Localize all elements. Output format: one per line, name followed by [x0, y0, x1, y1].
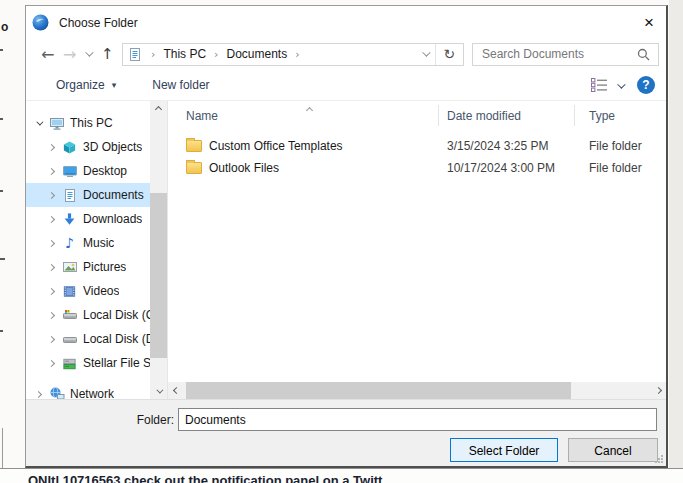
background-artifact — [2, 428, 3, 468]
back-button[interactable]: ← — [36, 45, 59, 64]
column-header-name[interactable]: Name — [168, 109, 438, 123]
sidebar-item-music[interactable]: ♪ Music — [26, 231, 150, 255]
background-window-strip — [669, 0, 683, 483]
new-folder-label: New folder — [152, 78, 209, 92]
file-date-modified: 3/15/2024 3:25 PM — [438, 139, 574, 153]
chevron-right-icon[interactable] — [45, 217, 58, 222]
network-icon — [48, 386, 65, 399]
scroll-right-icon[interactable] — [650, 382, 666, 399]
chevron-right-icon[interactable] — [45, 289, 58, 294]
chevron-right-icon[interactable] — [32, 392, 45, 397]
background-artifact — [0, 49, 3, 51]
sidebar-item-3d-objects[interactable]: 3D Objects — [26, 135, 150, 159]
sort-ascending-icon — [307, 102, 312, 116]
dialog-title: Choose Folder — [59, 16, 138, 30]
chevron-down-icon: ▾ — [112, 80, 117, 90]
sidebar-item-stellar-file-server[interactable]: Stellar File Server — [26, 351, 150, 375]
column-headers: Name Date modified Type — [168, 103, 666, 129]
scroll-up-icon[interactable] — [150, 101, 167, 117]
address-dropdown-icon[interactable] — [415, 51, 435, 57]
breadcrumb-documents[interactable]: Documents — [223, 47, 290, 61]
history-dropdown-icon[interactable] — [80, 51, 95, 57]
dialog-footer: Folder: Select Folder Cancel — [26, 399, 666, 466]
sidebar-item-label: This PC — [70, 116, 113, 130]
breadcrumb-this-pc[interactable]: This PC — [160, 47, 209, 61]
scrollbar-thumb[interactable] — [150, 193, 167, 358]
search-input[interactable] — [473, 47, 637, 61]
chevron-right-icon[interactable] — [45, 169, 58, 174]
sidebar-item-label: Desktop — [83, 164, 127, 178]
sidebar-item-downloads[interactable]: Downloads — [26, 207, 150, 231]
view-dropdown-icon[interactable] — [617, 78, 623, 92]
details-view-icon — [591, 78, 608, 92]
chevron-right-icon[interactable] — [45, 145, 58, 150]
video-icon — [61, 283, 78, 299]
chevron-right-icon[interactable] — [45, 193, 58, 198]
chevron-right-icon[interactable] — [45, 361, 58, 366]
file-row-outlook-files[interactable]: Outlook Files 10/17/2024 3:00 PM File fo… — [168, 157, 666, 179]
refresh-icon[interactable]: ↻ — [436, 46, 463, 62]
sidebar-item-local-disk-d[interactable]: Local Disk (D:) — [26, 327, 150, 351]
select-folder-button[interactable]: Select Folder — [450, 438, 558, 462]
new-folder-button[interactable]: New folder — [152, 78, 209, 92]
sidebar-item-label: Downloads — [83, 212, 142, 226]
address-bar[interactable]: › This PC › Documents › ↻ — [122, 43, 464, 66]
sidebar-item-videos[interactable]: Videos — [26, 279, 150, 303]
search-icon[interactable] — [637, 48, 650, 61]
computer-icon — [48, 115, 65, 131]
file-date-modified: 10/17/2024 3:00 PM — [438, 161, 574, 175]
file-type: File folder — [574, 161, 666, 175]
scrollbar-thumb[interactable] — [186, 382, 571, 399]
sidebar-item-label: Network — [70, 387, 114, 399]
chevron-right-icon[interactable] — [45, 241, 58, 246]
title-bar: Choose Folder × — [26, 6, 666, 39]
chevron-down-icon[interactable] — [32, 121, 45, 126]
folder-label: Folder: — [130, 413, 174, 427]
download-arrow-icon — [61, 211, 78, 227]
column-header-date-modified[interactable]: Date modified — [438, 109, 574, 123]
sidebar-item-label: Local Disk (C:) — [83, 308, 150, 322]
sidebar-item-desktop[interactable]: Desktop — [26, 159, 150, 183]
file-list-scrollbar — [168, 382, 666, 399]
search-box — [472, 43, 659, 66]
sidebar-item-label: 3D Objects — [83, 140, 142, 154]
background-artifact: o — [1, 20, 8, 34]
chevron-right-icon[interactable] — [45, 337, 58, 342]
sidebar-item-pictures[interactable]: Pictures — [26, 255, 150, 279]
column-divider[interactable] — [438, 105, 439, 126]
desktop-icon — [61, 163, 78, 179]
3d-cube-icon — [61, 139, 78, 155]
chevron-right-icon[interactable] — [45, 265, 58, 270]
help-icon[interactable]: ? — [637, 76, 655, 94]
dialog-body: This PC 3D Objects — [26, 101, 666, 399]
sidebar-item-local-disk-c[interactable]: Local Disk (C:) — [26, 303, 150, 327]
cancel-button[interactable]: Cancel — [568, 438, 658, 462]
sidebar-item-label: Documents — [83, 188, 144, 202]
resize-grip[interactable] — [654, 454, 664, 464]
sidebar-item-network[interactable]: Network — [26, 382, 150, 399]
file-name: Custom Office Templates — [209, 139, 343, 153]
breadcrumb-separator: › — [146, 48, 160, 61]
scroll-left-icon[interactable] — [168, 382, 184, 399]
chevron-right-icon[interactable] — [45, 313, 58, 318]
breadcrumb-separator: › — [209, 48, 223, 61]
column-divider[interactable] — [574, 105, 575, 126]
sidebar-item-documents[interactable]: Documents — [26, 183, 150, 207]
background-artifact — [0, 258, 5, 260]
file-row-custom-office-templates[interactable]: Custom Office Templates 3/15/2024 3:25 P… — [168, 135, 666, 157]
choose-folder-dialog: Choose Folder × ← → ↑ › This PC › Docume… — [25, 5, 668, 468]
change-view-button[interactable] — [591, 78, 623, 92]
file-list-pane: Name Date modified Type Custom Office Te… — [168, 101, 666, 399]
sidebar-item-this-pc[interactable]: This PC — [26, 111, 150, 135]
folder-name-input[interactable] — [178, 408, 657, 431]
up-button[interactable]: ↑ — [96, 45, 119, 63]
app-icon — [32, 14, 49, 31]
forward-button[interactable]: → — [59, 45, 80, 64]
close-icon[interactable]: × — [632, 6, 666, 39]
document-icon — [128, 47, 142, 62]
documents-icon — [61, 187, 78, 203]
picture-icon — [61, 259, 78, 275]
organize-button[interactable]: Organize ▾ — [56, 78, 116, 92]
column-header-type[interactable]: Type — [574, 109, 666, 123]
scroll-down-icon[interactable] — [150, 383, 167, 399]
